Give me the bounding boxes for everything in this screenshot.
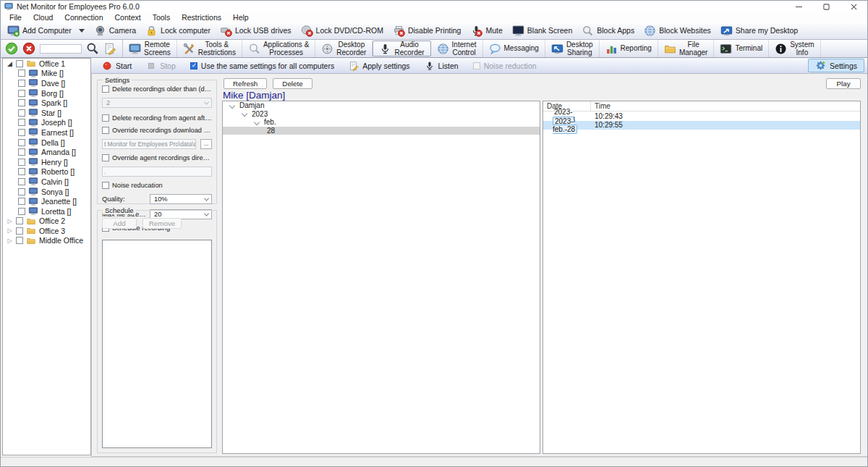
tree-computer-loretta[interactable]: Loretta [] [3, 206, 90, 216]
quality-select[interactable]: 10% [150, 194, 212, 204]
toolbar-lock-usb-drives-button[interactable]: Lock USB drives [216, 23, 297, 38]
delete-button[interactable]: Delete [273, 78, 312, 89]
tab-internet-control[interactable]: Internet Control [431, 40, 483, 57]
override-agent-checkbox-box[interactable] [102, 154, 109, 161]
tab-terminal[interactable]: Terminal [714, 40, 769, 57]
delete-older-days-select[interactable]: 2 [102, 98, 212, 108]
menu-cloud[interactable]: Cloud [27, 13, 59, 22]
recording-node-feb[interactable]: feb. [223, 118, 540, 127]
noise-reducation-checkbox-box[interactable] [102, 182, 109, 189]
override-download-checkbox[interactable]: Override recordings download directory: [102, 127, 212, 134]
connect-ok-icon[interactable] [5, 42, 18, 55]
tab-file-manager[interactable]: File Manager [658, 40, 714, 57]
recording-node-28[interactable]: 28 [223, 127, 540, 135]
delete-older-checkbox[interactable]: Delete recordings older than (days): [102, 85, 212, 93]
computer-checkbox[interactable] [18, 119, 25, 126]
computer-checkbox[interactable] [18, 178, 25, 185]
computer-checkbox[interactable] [18, 70, 25, 77]
apply-settings-button[interactable]: Apply settings [344, 58, 414, 73]
same-settings-checkbox-box[interactable] [190, 62, 197, 70]
tab-reporting[interactable]: Reporting [600, 40, 658, 57]
dropdown-caret-icon[interactable] [79, 29, 85, 33]
same-settings-checkbox[interactable]: Use the same settings for all computers [185, 58, 339, 73]
recording-node-2023[interactable]: 2023 [223, 110, 540, 119]
settings-button[interactable]: Settings [808, 59, 864, 72]
log-icon[interactable] [103, 42, 116, 55]
chevron-down-icon[interactable] [229, 103, 235, 109]
toolbar-add-computer-button[interactable]: Add Computer [4, 23, 90, 38]
tree-computer-sonya[interactable]: Sonya [] [3, 187, 90, 197]
menu-file[interactable]: File [4, 13, 27, 22]
menu-connection[interactable]: Connection [59, 13, 109, 22]
menu-context[interactable]: Context [109, 13, 146, 22]
tree-computer-della[interactable]: Della [] [3, 138, 90, 148]
menu-help[interactable]: Help [227, 13, 255, 22]
toolbar-disable-printing-button[interactable]: Disable Printing [389, 23, 467, 38]
computer-checkbox[interactable] [18, 129, 25, 136]
group-checkbox[interactable] [16, 227, 23, 235]
table-row[interactable]: 2023-feb.-2810:29:55 [543, 121, 860, 130]
menu-restrictions[interactable]: Restrictions [176, 13, 227, 22]
tree-computer-earnest[interactable]: Earnest [] [3, 127, 90, 138]
collapse-arrow-icon[interactable]: ◢ [7, 60, 13, 67]
computer-checkbox[interactable] [18, 198, 25, 205]
start-recording-button[interactable]: Start [97, 58, 137, 73]
expand-arrow-icon[interactable]: ▷ [7, 237, 13, 244]
recording-node-damjan[interactable]: Damjan [223, 101, 540, 110]
tab-applications-processes[interactable]: Applications & Processes [242, 40, 315, 57]
computer-checkbox[interactable] [18, 80, 25, 87]
menu-tools[interactable]: Tools [147, 13, 176, 22]
tab-audio-recorder[interactable]: Audio Recorder [373, 41, 430, 56]
tree-computer-borg[interactable]: Borg [] [3, 88, 90, 98]
group-checkbox[interactable] [16, 237, 23, 244]
tree-computer-spark[interactable]: Spark [] [3, 98, 90, 108]
tree-group-office-1[interactable]: ◢Office 1 [3, 59, 90, 69]
tree-group-office-2[interactable]: ▷Office 2 [3, 216, 90, 227]
minimize-button[interactable] [785, 1, 812, 12]
play-button[interactable]: Play [826, 78, 861, 89]
browse-button[interactable]: ... [200, 139, 212, 149]
group-checkbox[interactable] [16, 217, 23, 224]
tree-computer-amanda[interactable]: Amanda [] [3, 147, 90, 157]
computer-checkbox[interactable] [18, 208, 25, 215]
tree-computer-star[interactable]: Star [] [3, 108, 90, 118]
download-directory-field[interactable]: t Monitor for Employees Pro\data\audio-r… [102, 139, 196, 149]
toolbar-share-my-desktop-button[interactable]: Share my Desktop [717, 23, 804, 38]
noise-reduction-checkbox[interactable]: Noise reduction [468, 58, 542, 73]
tree-computer-roberto[interactable]: Roberto [] [3, 167, 90, 177]
override-agent-checkbox[interactable]: Override agent recordings directory: [102, 154, 212, 161]
toolbar-lock-computer-button[interactable]: Lock computer [142, 23, 216, 38]
tree-computer-jeanette[interactable]: Jeanette [] [3, 196, 90, 206]
tab-desktop-sharing[interactable]: Desktop Sharing [545, 40, 600, 57]
maximize-button[interactable] [812, 1, 840, 12]
tab-system-info[interactable]: System Info [769, 40, 820, 57]
search-icon[interactable] [86, 42, 99, 55]
tab-remote-screens[interactable]: Remote Screens [123, 40, 177, 57]
toolbar-block-apps-button[interactable]: Block Apps [578, 23, 640, 38]
column-header-time[interactable]: Time [591, 102, 610, 110]
toolbar-mute-button[interactable]: Mute [467, 23, 508, 38]
tab-messaging[interactable]: Messaging [483, 40, 545, 57]
search-input[interactable] [40, 44, 82, 54]
delete-after-download-checkbox-box[interactable] [102, 114, 109, 122]
close-button[interactable] [840, 1, 867, 12]
tree-computer-calvin[interactable]: Calvin [] [3, 177, 90, 187]
listen-button[interactable]: Listen [420, 58, 464, 73]
expand-arrow-icon[interactable]: ▷ [7, 218, 13, 224]
tree-computer-mike[interactable]: Mike [] [3, 69, 90, 79]
agent-directory-field[interactable]: . [102, 167, 212, 177]
override-download-checkbox-box[interactable] [102, 127, 109, 134]
computer-checkbox[interactable] [18, 168, 25, 175]
noise-reduction-checkbox-box[interactable] [473, 62, 480, 70]
computer-checkbox[interactable] [18, 99, 25, 106]
chevron-down-icon[interactable] [242, 111, 247, 117]
tree-group-middle-office[interactable]: ▷Middle Office [3, 236, 90, 246]
toolbar-lock-dvd-cd-rom-button[interactable]: Lock DVD/CD-ROM [297, 23, 389, 38]
computer-checkbox[interactable] [18, 159, 25, 166]
computer-checkbox[interactable] [18, 148, 25, 156]
chevron-down-icon[interactable] [254, 119, 260, 125]
delete-older-checkbox-box[interactable] [102, 85, 109, 93]
remove-schedule-button[interactable]: Remove [142, 218, 182, 229]
group-checkbox[interactable] [16, 60, 23, 67]
computer-checkbox[interactable] [18, 109, 25, 117]
